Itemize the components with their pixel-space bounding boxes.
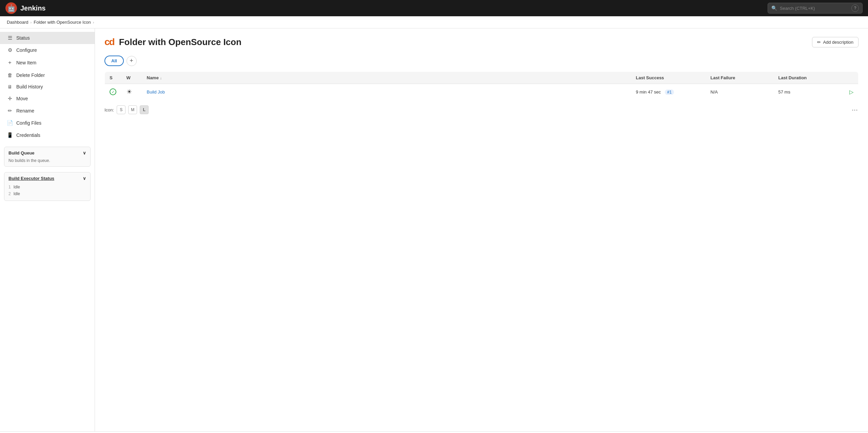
header-logo: 🤖 Jenkins xyxy=(5,2,45,14)
col-header-last-duration: Last Duration xyxy=(774,72,842,84)
sidebar-item-config-files-label: Config Files xyxy=(16,120,41,126)
add-description-label: Add description xyxy=(823,40,853,45)
breadcrumb-folder[interactable]: Folder with OpenSource Icon xyxy=(34,20,91,25)
breadcrumb-sep-1: › xyxy=(31,20,32,24)
run-build-button[interactable]: ▷ xyxy=(849,89,853,95)
col-header-s: S xyxy=(105,72,122,84)
executor-status-2: Idle xyxy=(14,191,20,196)
sidebar-item-delete-folder[interactable]: 🗑 Delete Folder xyxy=(0,69,95,81)
sidebar-item-delete-label: Delete Folder xyxy=(16,73,45,78)
status-ok-icon: ✓ xyxy=(110,88,116,95)
page-header: cd Folder with OpenSource Icon ✏ Add des… xyxy=(104,37,859,47)
col-header-name: Name ↓ xyxy=(142,72,631,84)
job-last-failure-cell: N/A xyxy=(706,84,774,100)
sidebar-item-move-label: Move xyxy=(16,96,28,101)
col-header-run xyxy=(842,72,859,84)
table-row: ✓ ☀ Build Job 9 min 47 sec #1 N/A 57 ms xyxy=(105,84,859,100)
build-queue-body: No builds in the queue. xyxy=(8,158,86,163)
executor-row-2: 2 Idle xyxy=(8,190,86,197)
icon-size-s-button[interactable]: S xyxy=(117,105,126,114)
folder-cd-icon: cd xyxy=(104,37,114,47)
sidebar-item-status[interactable]: ☰ Status xyxy=(0,32,95,44)
sidebar-item-build-history[interactable]: 🖥 Build History xyxy=(0,81,95,92)
icon-size-m-button[interactable]: M xyxy=(128,105,137,114)
last-success-build-badge[interactable]: #1 xyxy=(665,89,674,95)
search-icon: 🔍 xyxy=(771,5,777,11)
job-name-link[interactable]: Build Job xyxy=(147,89,165,95)
search-input[interactable] xyxy=(780,6,846,11)
add-description-button[interactable]: ✏ Add description xyxy=(812,37,859,47)
status-icon: ☰ xyxy=(7,35,13,41)
tab-all[interactable]: All xyxy=(104,56,124,66)
page-title: Folder with OpenSource Icon xyxy=(119,37,242,47)
name-sort-icon: ↓ xyxy=(160,76,162,80)
jobs-table: S W Name ↓ Last Success Last Failure Las… xyxy=(104,71,859,100)
sidebar-item-configure-label: Configure xyxy=(16,47,37,53)
build-executor-header[interactable]: Build Executor Status ∨ xyxy=(8,176,86,181)
build-executor-collapse-icon: ∨ xyxy=(83,176,86,181)
tab-add-button[interactable]: + xyxy=(127,56,137,66)
sidebar: ☰ Status ⚙ Configure + New Item 🗑 Delete… xyxy=(0,28,95,431)
icon-size-label: Icon: xyxy=(104,107,114,112)
job-last-success-cell: 9 min 47 sec #1 xyxy=(631,84,706,100)
job-run-cell: ▷ xyxy=(842,84,859,100)
build-queue-section: Build Queue ∨ No builds in the queue. xyxy=(4,147,91,167)
executor-row-1: 1 Idle xyxy=(8,184,86,190)
sidebar-item-status-label: Status xyxy=(16,35,30,41)
build-queue-header[interactable]: Build Queue ∨ xyxy=(8,150,86,156)
breadcrumb-sep-2: › xyxy=(93,20,94,24)
sidebar-item-rename[interactable]: ✏ Rename xyxy=(0,105,95,117)
sidebar-item-move[interactable]: ✛ Move xyxy=(0,92,95,105)
sidebar-item-config-files[interactable]: 📄 Config Files xyxy=(0,117,95,129)
build-executor-section: Build Executor Status ∨ 1 Idle 2 Idle xyxy=(4,172,91,201)
executor-status-1: Idle xyxy=(14,185,20,189)
help-icon[interactable]: ? xyxy=(851,4,859,12)
sidebar-item-credentials-label: Credentials xyxy=(16,132,40,138)
tabs-row: All + xyxy=(104,56,859,66)
icon-size-row: Icon: S M L ⋯ xyxy=(104,105,859,114)
icon-size-l-button[interactable]: L xyxy=(140,105,149,114)
sidebar-item-new-item-label: New Item xyxy=(16,60,36,65)
sidebar-item-new-item[interactable]: + New Item xyxy=(0,56,95,69)
build-executor-body: 1 Idle 2 Idle xyxy=(8,184,86,197)
job-status-cell: ✓ xyxy=(105,84,122,100)
build-queue-empty-text: No builds in the queue. xyxy=(8,158,50,163)
job-weather-cell: ☀ xyxy=(122,84,142,100)
executor-num-2: 2 xyxy=(8,191,11,196)
job-name-cell: Build Job xyxy=(142,84,631,100)
new-item-icon: + xyxy=(7,59,13,66)
sidebar-item-configure[interactable]: ⚙ Configure xyxy=(0,44,95,56)
build-queue-collapse-icon: ∨ xyxy=(83,150,86,156)
build-queue-title: Build Queue xyxy=(8,150,35,156)
move-icon: ✛ xyxy=(7,96,13,102)
sidebar-item-credentials[interactable]: 📱 Credentials xyxy=(0,129,95,141)
executor-num-1: 1 xyxy=(8,185,11,189)
page-layout: ☰ Status ⚙ Configure + New Item 🗑 Delete… xyxy=(0,28,868,431)
pencil-icon: ✏ xyxy=(817,40,821,45)
sidebar-item-rename-label: Rename xyxy=(16,108,34,114)
config-files-icon: 📄 xyxy=(7,120,13,126)
credentials-icon: 📱 xyxy=(7,132,13,138)
col-header-last-failure: Last Failure xyxy=(706,72,774,84)
col-header-w: W xyxy=(122,72,142,84)
table-header-row: S W Name ↓ Last Success Last Failure Las… xyxy=(105,72,859,84)
jenkins-logo-icon: 🤖 xyxy=(5,2,17,14)
last-success-time: 9 min 47 sec xyxy=(636,89,661,95)
job-last-duration-cell: 57 ms xyxy=(774,84,842,100)
configure-icon: ⚙ xyxy=(7,47,13,53)
rename-icon: ✏ xyxy=(7,108,13,114)
breadcrumb: Dashboard › Folder with OpenSource Icon … xyxy=(0,16,868,28)
header: 🤖 Jenkins 🔍 ? xyxy=(0,0,868,16)
breadcrumb-dashboard[interactable]: Dashboard xyxy=(7,20,28,25)
weather-sunny-icon: ☀ xyxy=(127,88,132,95)
footer: REST API Jenkins 2.462.1 xyxy=(0,431,868,433)
sidebar-item-build-history-label: Build History xyxy=(16,84,43,89)
app-title: Jenkins xyxy=(20,4,45,12)
main-content: cd Folder with OpenSource Icon ✏ Add des… xyxy=(95,28,868,431)
build-history-icon: 🖥 xyxy=(7,84,13,89)
search-bar[interactable]: 🔍 ? xyxy=(768,3,863,14)
more-options-button[interactable]: ⋯ xyxy=(852,106,859,114)
build-executor-title: Build Executor Status xyxy=(8,176,54,181)
col-header-last-success: Last Success xyxy=(631,72,706,84)
delete-icon: 🗑 xyxy=(7,72,13,78)
